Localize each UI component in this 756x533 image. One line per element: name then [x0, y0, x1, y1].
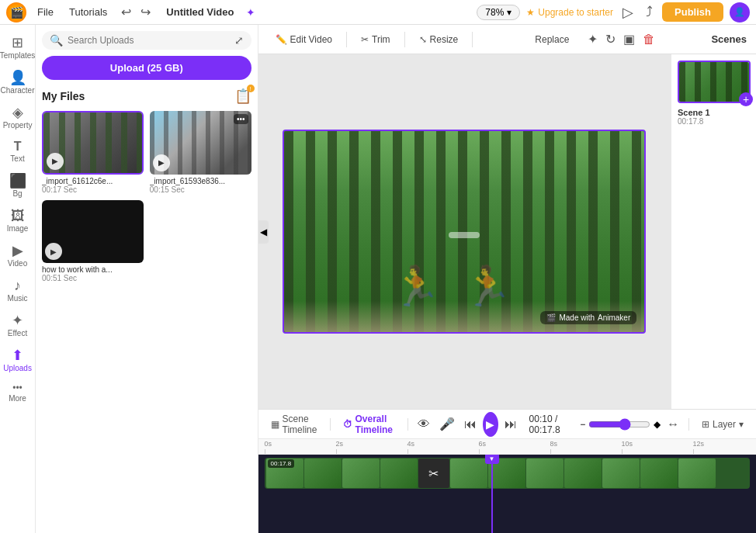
frame-8	[564, 459, 602, 488]
play-button-2[interactable]: ▶	[153, 154, 170, 171]
collapse-panel-button[interactable]: ◀	[258, 220, 269, 244]
text-icon: T	[14, 140, 22, 153]
sidebar-item-character[interactable]: 👤 Character	[1, 66, 35, 99]
zoom-diamond-icon: ◆	[654, 419, 661, 430]
video-track[interactable]: 00:17.8 ✂	[265, 458, 750, 489]
file-more-button-2[interactable]: •••	[234, 114, 248, 124]
tl-separator-3	[688, 418, 689, 431]
resize-button[interactable]: ⤡ Resize	[411, 31, 466, 48]
layer-button[interactable]: ⊞ Layer ▾	[695, 416, 750, 433]
resize-icon: ⤡	[419, 34, 427, 45]
playhead-icon: ▼	[489, 455, 495, 462]
scene-label: Scene 1	[678, 108, 750, 117]
file-card-2[interactable]: ▶ ••• _import_61593e836... 00:15 Sec	[150, 111, 251, 194]
watermark: 🎬 Made with Animaker	[540, 311, 636, 324]
sidebar-item-image[interactable]: 🖼 Image	[1, 204, 35, 237]
file-card-1[interactable]: ▶ _import_61612c6e... 00:17 Sec	[42, 111, 144, 194]
zoom-control[interactable]: 78% ▾	[477, 5, 520, 20]
file-thumb-3: ▶	[42, 200, 144, 264]
record-button[interactable]: 👁	[414, 415, 433, 434]
undo-button[interactable]: ↩	[118, 3, 134, 21]
redo-button[interactable]: ↪	[137, 3, 154, 21]
file-menu[interactable]: File	[33, 6, 58, 18]
layers-icon: ⊞	[702, 419, 709, 430]
overall-timeline-tab[interactable]: ⏱ Overall Timeline	[337, 410, 401, 438]
sidebar-label-property: Property	[3, 121, 33, 130]
upgrade-button[interactable]: ★ Upgrade to starter	[526, 7, 613, 18]
expand-icon[interactable]: ⤢	[234, 34, 244, 47]
property-icon: ◈	[12, 106, 23, 119]
time-display: 00:10 / 00:17.8	[529, 414, 568, 435]
sidebar-label-character: Character	[1, 86, 35, 95]
skip-forward-button[interactable]: ⏭	[501, 415, 520, 434]
timeline-controls: ▦ Scene Timeline ⏱ Overall Timeline 👁 🎤 …	[258, 410, 756, 439]
share-button[interactable]: ⤴	[643, 2, 656, 22]
watermark-made-with: Made with	[559, 313, 595, 322]
sidebar-label-music: Music	[7, 294, 27, 303]
refresh-button[interactable]: ↻	[602, 29, 619, 50]
tutorials-menu[interactable]: Tutorials	[64, 6, 112, 18]
edit-video-button[interactable]: ✏️ Edit Video	[268, 31, 341, 48]
upload-button[interactable]: Upload (25 GB)	[42, 56, 251, 80]
sidebar-item-effect[interactable]: ✦ Effect	[1, 309, 35, 342]
publish-button[interactable]: Publish	[662, 2, 723, 22]
layout-button[interactable]: ▣	[620, 29, 638, 50]
undo-redo-group: ↩ ↪	[118, 3, 154, 21]
notification-badge: !	[247, 85, 255, 92]
delete-button[interactable]: 🗑	[640, 29, 658, 50]
my-files-header: My Files 📋!	[42, 88, 251, 105]
pencil-icon: ✏️	[276, 34, 287, 45]
file-label-2: _import_61593e836...	[150, 177, 251, 185]
sidebar-item-uploads[interactable]: ⬆ Uploads	[1, 344, 35, 377]
scissors-icon: ✂	[361, 34, 369, 45]
watermark-logo: 🎬	[546, 313, 556, 322]
zoom-slider[interactable]	[588, 418, 650, 431]
zoom-fit-button[interactable]: ↔	[664, 415, 682, 434]
more-icon: •••	[12, 383, 23, 393]
file-card-3[interactable]: ▶ how to work with a... 00:51 Sec	[42, 200, 144, 283]
skip-back-button[interactable]: ⏮	[461, 415, 480, 434]
ruler-mark-6s: 6s	[479, 440, 487, 454]
project-title: Untitled Video	[166, 6, 234, 18]
ruler-mark-4s: 4s	[407, 440, 415, 454]
sidebar-item-more[interactable]: ••• More	[1, 379, 35, 407]
file-duration-1: 00:17 Sec	[42, 185, 144, 194]
add-scene-button[interactable]: +	[739, 92, 753, 106]
music-icon: ♪	[14, 279, 21, 292]
editor-toolbar: ✏️ Edit Video ✂ Trim ⤡ Resize Replace ✦ …	[258, 25, 756, 54]
sidebar-item-text[interactable]: T Text	[1, 136, 35, 168]
scene-timeline-icon: ▦	[271, 419, 279, 430]
play-preview-button[interactable]: ▷	[619, 2, 636, 22]
image-icon: 🖼	[11, 209, 25, 223]
scene-1-container[interactable]: +	[678, 61, 750, 103]
ruler-mark-12s: 12s	[693, 440, 705, 454]
sidebar-label-video: Video	[8, 259, 27, 268]
sidebar-item-bg[interactable]: ⬛ Bg	[1, 169, 35, 202]
search-input[interactable]	[68, 35, 229, 46]
sidebar-item-templates[interactable]: ⊞ Templates	[1, 31, 35, 64]
sidebar-item-property[interactable]: ◈ Property	[1, 101, 35, 134]
effect-icon: ✦	[12, 313, 23, 327]
toolbar-separator-1	[346, 32, 347, 47]
uploads-icon: ⬆	[12, 348, 23, 362]
templates-icon: ⊞	[12, 36, 23, 50]
mic-button[interactable]: 🎤	[436, 414, 458, 434]
tl-separator-2	[407, 418, 408, 431]
user-avatar[interactable]: 👤	[730, 2, 750, 22]
sidebar-item-video[interactable]: ▶ Video	[1, 239, 35, 272]
play-main-button[interactable]: ▶	[483, 412, 498, 437]
playhead[interactable]: ▼	[491, 455, 493, 533]
notification-icon[interactable]: 📋!	[234, 88, 251, 105]
topbar: 🎬 File Tutorials ↩ ↪ Untitled Video ✦ 78…	[0, 0, 756, 25]
sidebar-label-more: More	[9, 394, 26, 403]
scene-timeline-tab[interactable]: ▦ Scene Timeline	[265, 410, 324, 438]
playhead-handle[interactable]: ▼	[485, 455, 499, 464]
canvas-area: ✏️ Edit Video ✂ Trim ⤡ Resize Replace ✦ …	[258, 25, 756, 533]
wand-button[interactable]: ✦	[584, 29, 601, 50]
replace-button[interactable]: Replace	[529, 31, 575, 48]
trim-button[interactable]: ✂ Trim	[353, 31, 398, 48]
ruler-mark-8s: 8s	[550, 440, 558, 454]
ruler-mark-0s: 0s	[265, 440, 272, 454]
sidebar-item-music[interactable]: ♪ Music	[1, 274, 35, 307]
play-button-1[interactable]: ▶	[47, 153, 64, 170]
